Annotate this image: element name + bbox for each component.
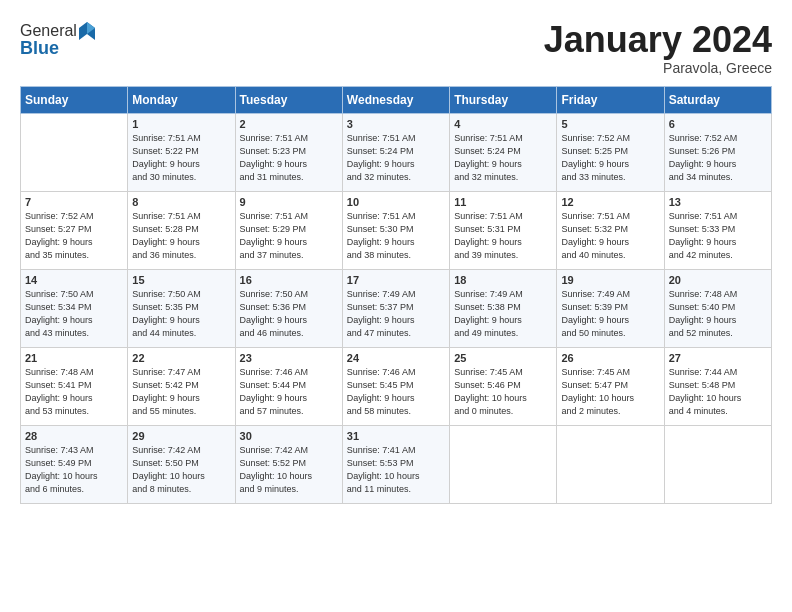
cell-content: Sunrise: 7:51 AM Sunset: 5:22 PM Dayligh…	[132, 132, 230, 184]
cell-content: Sunrise: 7:47 AM Sunset: 5:42 PM Dayligh…	[132, 366, 230, 418]
header-cell-thursday: Thursday	[450, 86, 557, 113]
day-number: 8	[132, 196, 230, 208]
day-number: 17	[347, 274, 445, 286]
calendar-header: SundayMondayTuesdayWednesdayThursdayFrid…	[21, 86, 772, 113]
day-number: 13	[669, 196, 767, 208]
cell-content: Sunrise: 7:48 AM Sunset: 5:41 PM Dayligh…	[25, 366, 123, 418]
calendar-cell: 23Sunrise: 7:46 AM Sunset: 5:44 PM Dayli…	[235, 347, 342, 425]
cell-content: Sunrise: 7:52 AM Sunset: 5:27 PM Dayligh…	[25, 210, 123, 262]
day-number: 22	[132, 352, 230, 364]
cell-content: Sunrise: 7:42 AM Sunset: 5:50 PM Dayligh…	[132, 444, 230, 496]
calendar-cell: 14Sunrise: 7:50 AM Sunset: 5:34 PM Dayli…	[21, 269, 128, 347]
logo: General Blue	[20, 20, 96, 59]
calendar-cell: 18Sunrise: 7:49 AM Sunset: 5:38 PM Dayli…	[450, 269, 557, 347]
day-number: 26	[561, 352, 659, 364]
title-block: January 2024 Paravola, Greece	[544, 20, 772, 76]
calendar-cell: 8Sunrise: 7:51 AM Sunset: 5:28 PM Daylig…	[128, 191, 235, 269]
calendar-cell: 17Sunrise: 7:49 AM Sunset: 5:37 PM Dayli…	[342, 269, 449, 347]
day-number: 1	[132, 118, 230, 130]
location-subtitle: Paravola, Greece	[544, 60, 772, 76]
cell-content: Sunrise: 7:50 AM Sunset: 5:35 PM Dayligh…	[132, 288, 230, 340]
calendar-cell: 10Sunrise: 7:51 AM Sunset: 5:30 PM Dayli…	[342, 191, 449, 269]
header: General Blue January 2024 Paravola, Gree…	[20, 20, 772, 76]
cell-content: Sunrise: 7:51 AM Sunset: 5:23 PM Dayligh…	[240, 132, 338, 184]
cell-content: Sunrise: 7:52 AM Sunset: 5:26 PM Dayligh…	[669, 132, 767, 184]
day-number: 16	[240, 274, 338, 286]
day-number: 29	[132, 430, 230, 442]
day-number: 14	[25, 274, 123, 286]
day-number: 21	[25, 352, 123, 364]
cell-content: Sunrise: 7:49 AM Sunset: 5:37 PM Dayligh…	[347, 288, 445, 340]
calendar-cell: 27Sunrise: 7:44 AM Sunset: 5:48 PM Dayli…	[664, 347, 771, 425]
header-cell-tuesday: Tuesday	[235, 86, 342, 113]
calendar-cell: 16Sunrise: 7:50 AM Sunset: 5:36 PM Dayli…	[235, 269, 342, 347]
day-number: 31	[347, 430, 445, 442]
header-cell-friday: Friday	[557, 86, 664, 113]
cell-content: Sunrise: 7:50 AM Sunset: 5:36 PM Dayligh…	[240, 288, 338, 340]
calendar-cell: 4Sunrise: 7:51 AM Sunset: 5:24 PM Daylig…	[450, 113, 557, 191]
cell-content: Sunrise: 7:45 AM Sunset: 5:46 PM Dayligh…	[454, 366, 552, 418]
day-number: 12	[561, 196, 659, 208]
day-number: 27	[669, 352, 767, 364]
day-number: 11	[454, 196, 552, 208]
calendar-cell: 19Sunrise: 7:49 AM Sunset: 5:39 PM Dayli…	[557, 269, 664, 347]
day-number: 5	[561, 118, 659, 130]
day-number: 19	[561, 274, 659, 286]
calendar-cell: 13Sunrise: 7:51 AM Sunset: 5:33 PM Dayli…	[664, 191, 771, 269]
cell-content: Sunrise: 7:44 AM Sunset: 5:48 PM Dayligh…	[669, 366, 767, 418]
cell-content: Sunrise: 7:51 AM Sunset: 5:28 PM Dayligh…	[132, 210, 230, 262]
day-number: 20	[669, 274, 767, 286]
day-number: 25	[454, 352, 552, 364]
day-number: 7	[25, 196, 123, 208]
cell-content: Sunrise: 7:45 AM Sunset: 5:47 PM Dayligh…	[561, 366, 659, 418]
calendar-cell: 20Sunrise: 7:48 AM Sunset: 5:40 PM Dayli…	[664, 269, 771, 347]
header-row: SundayMondayTuesdayWednesdayThursdayFrid…	[21, 86, 772, 113]
cell-content: Sunrise: 7:41 AM Sunset: 5:53 PM Dayligh…	[347, 444, 445, 496]
calendar-cell: 22Sunrise: 7:47 AM Sunset: 5:42 PM Dayli…	[128, 347, 235, 425]
calendar-cell: 15Sunrise: 7:50 AM Sunset: 5:35 PM Dayli…	[128, 269, 235, 347]
calendar-cell: 24Sunrise: 7:46 AM Sunset: 5:45 PM Dayli…	[342, 347, 449, 425]
day-number: 6	[669, 118, 767, 130]
calendar-cell: 1Sunrise: 7:51 AM Sunset: 5:22 PM Daylig…	[128, 113, 235, 191]
day-number: 18	[454, 274, 552, 286]
cell-content: Sunrise: 7:51 AM Sunset: 5:31 PM Dayligh…	[454, 210, 552, 262]
header-cell-sunday: Sunday	[21, 86, 128, 113]
month-title: January 2024	[544, 20, 772, 60]
day-number: 9	[240, 196, 338, 208]
calendar-cell: 3Sunrise: 7:51 AM Sunset: 5:24 PM Daylig…	[342, 113, 449, 191]
calendar-cell: 5Sunrise: 7:52 AM Sunset: 5:25 PM Daylig…	[557, 113, 664, 191]
calendar-cell: 2Sunrise: 7:51 AM Sunset: 5:23 PM Daylig…	[235, 113, 342, 191]
cell-content: Sunrise: 7:51 AM Sunset: 5:33 PM Dayligh…	[669, 210, 767, 262]
cell-content: Sunrise: 7:49 AM Sunset: 5:39 PM Dayligh…	[561, 288, 659, 340]
calendar-cell: 12Sunrise: 7:51 AM Sunset: 5:32 PM Dayli…	[557, 191, 664, 269]
cell-content: Sunrise: 7:48 AM Sunset: 5:40 PM Dayligh…	[669, 288, 767, 340]
calendar-week-1: 7Sunrise: 7:52 AM Sunset: 5:27 PM Daylig…	[21, 191, 772, 269]
cell-content: Sunrise: 7:51 AM Sunset: 5:24 PM Dayligh…	[347, 132, 445, 184]
header-cell-wednesday: Wednesday	[342, 86, 449, 113]
day-number: 15	[132, 274, 230, 286]
day-number: 30	[240, 430, 338, 442]
day-number: 23	[240, 352, 338, 364]
day-number: 3	[347, 118, 445, 130]
cell-content: Sunrise: 7:49 AM Sunset: 5:38 PM Dayligh…	[454, 288, 552, 340]
day-number: 2	[240, 118, 338, 130]
cell-content: Sunrise: 7:43 AM Sunset: 5:49 PM Dayligh…	[25, 444, 123, 496]
calendar-cell: 29Sunrise: 7:42 AM Sunset: 5:50 PM Dayli…	[128, 425, 235, 503]
logo-icon	[78, 20, 96, 42]
day-number: 10	[347, 196, 445, 208]
day-number: 4	[454, 118, 552, 130]
header-cell-saturday: Saturday	[664, 86, 771, 113]
calendar-cell: 6Sunrise: 7:52 AM Sunset: 5:26 PM Daylig…	[664, 113, 771, 191]
calendar-table: SundayMondayTuesdayWednesdayThursdayFrid…	[20, 86, 772, 504]
cell-content: Sunrise: 7:51 AM Sunset: 5:32 PM Dayligh…	[561, 210, 659, 262]
calendar-cell: 31Sunrise: 7:41 AM Sunset: 5:53 PM Dayli…	[342, 425, 449, 503]
calendar-cell: 9Sunrise: 7:51 AM Sunset: 5:29 PM Daylig…	[235, 191, 342, 269]
day-number: 28	[25, 430, 123, 442]
cell-content: Sunrise: 7:51 AM Sunset: 5:30 PM Dayligh…	[347, 210, 445, 262]
calendar-cell: 21Sunrise: 7:48 AM Sunset: 5:41 PM Dayli…	[21, 347, 128, 425]
calendar-cell	[21, 113, 128, 191]
calendar-week-0: 1Sunrise: 7:51 AM Sunset: 5:22 PM Daylig…	[21, 113, 772, 191]
calendar-week-3: 21Sunrise: 7:48 AM Sunset: 5:41 PM Dayli…	[21, 347, 772, 425]
cell-content: Sunrise: 7:50 AM Sunset: 5:34 PM Dayligh…	[25, 288, 123, 340]
calendar-cell: 25Sunrise: 7:45 AM Sunset: 5:46 PM Dayli…	[450, 347, 557, 425]
